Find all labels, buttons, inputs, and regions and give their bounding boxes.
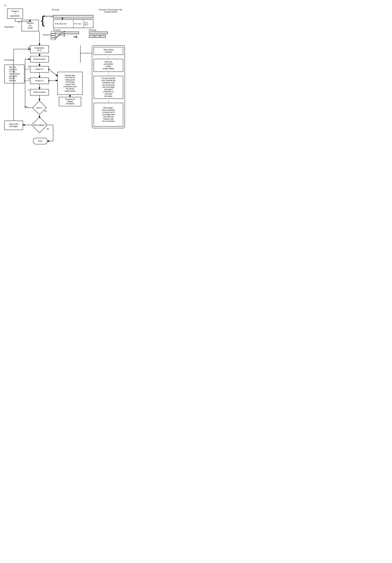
swazzle-box: Swazzle data, such that the writing pixe…: [57, 72, 83, 95]
note-box: Note: For Upscaling in Y, the order of t…: [4, 65, 25, 83]
right-box3: For each scanline read, compute the cont…: [94, 76, 123, 99]
large-pe-bar: [53, 15, 93, 18]
label-c: c): [28, 46, 30, 48]
right-pe-bar3: [95, 35, 100, 38]
done-box: Done: [33, 138, 47, 144]
scale-y-box: Scale in Y: [30, 66, 49, 73]
right-arrow-big: ⇒: [73, 34, 77, 40]
comment-text: Comment: Processing in the scanline fash…: [96, 9, 125, 13]
right-pe-bar2: [89, 35, 94, 38]
read-scanline-box: Read scanline: [30, 56, 49, 63]
image-in-box: Image in + parameters: [7, 9, 23, 19]
label-e: e): [28, 77, 30, 80]
right-pe-bar: [89, 32, 108, 34]
svg-rect-1: [51, 34, 55, 36]
label-d: d): [28, 65, 30, 67]
yes-label-more: Yes: [25, 105, 27, 108]
right-arrow2: ↓: [92, 73, 125, 75]
write-scanline-box: Write scanline: [30, 89, 49, 96]
label-f: f): [28, 89, 29, 91]
right-box4: When target / source boundary is crossed…: [94, 103, 123, 127]
svg-line-14: [49, 69, 57, 76]
compute-integral-box: Compute the integral convolution: [59, 97, 81, 106]
more-diamond-container: More ?: [32, 101, 47, 115]
right-pe-bar4: [101, 35, 106, 38]
no-label-regions: No: [47, 128, 49, 130]
svg-rect-3: [51, 38, 55, 40]
svg-rect-0: [51, 32, 55, 33]
scale-x-box: Scale in X: [30, 77, 49, 84]
right-arrow3: ↓: [92, 100, 125, 102]
processing-label: Processing: [4, 59, 13, 61]
right-panel: Start reading scanlines ↓ When the accum…: [92, 45, 125, 128]
prep-x-box: Preparation for X: [30, 45, 49, 53]
label-b: b): [18, 21, 20, 23]
pe-array-label-right: PE array: [89, 29, 96, 31]
curly-brace: {: [41, 14, 45, 26]
move-next-box: Move to the next region: [4, 121, 23, 130]
pe-array-label-top: PE array: [52, 9, 59, 11]
diagram-container: a) Image in + parameters b) Partition th…: [3, 3, 148, 198]
svg-line-15: [49, 80, 57, 81]
partition-box: Partition the image: [22, 20, 39, 31]
no-label-more: No: [45, 110, 47, 112]
more-regions-label: More regions ?: [33, 124, 46, 126]
label-a: a): [4, 4, 6, 6]
more-label: More ?: [37, 107, 42, 109]
right-arrow1: ↓: [92, 56, 125, 58]
right-box2: When the accumulator is filled, enable s…: [94, 59, 123, 72]
proc-regions-box: ↓ Processing rgn 0 Proc. rgn 1 Proc. rgn…: [53, 19, 93, 28]
svg-rect-2: [51, 36, 55, 38]
more-regions-diamond-container: More regions ?: [31, 118, 48, 132]
fan-arrows: [50, 31, 67, 42]
right-box1: Start reading scanlines: [94, 47, 123, 55]
preparation-label: Preparation: [4, 26, 14, 28]
